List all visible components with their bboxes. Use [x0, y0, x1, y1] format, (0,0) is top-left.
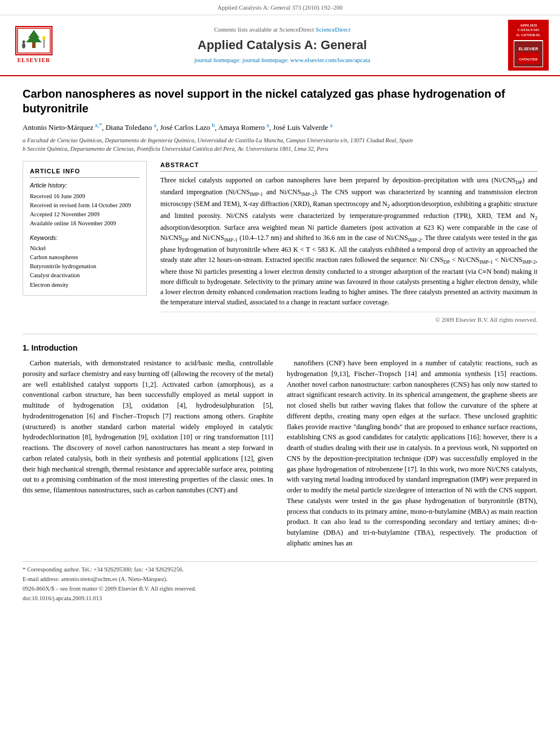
affiliation-a: a Facultad de Ciencias Químicas, Departa…: [23, 137, 537, 145]
journal-homepage: journal homepage: journal homepage: www.…: [63, 56, 501, 65]
journal-citation: Applied Catalysis A: General 373 (2010) …: [0, 0, 560, 15]
abstract-text: Three nickel catalysts supported on carb…: [160, 175, 537, 307]
section-divider: [23, 334, 537, 334]
info-abstract-columns: Article Info Article history: Received 1…: [23, 161, 537, 324]
sciencedirect-line: Contents lists available at ScienceDirec…: [63, 25, 501, 34]
journal-header: ELSEVIER Contents lists available at Sci…: [0, 15, 560, 76]
intro-heading: 1. Introduction: [23, 342, 537, 353]
catalysis-thumb-icon: ELSEVIER CATALYSIS: [514, 41, 542, 67]
body-columns: Carbon materials, with demonstrated resi…: [23, 358, 537, 553]
sciencedirect-link[interactable]: ScienceDirect: [316, 26, 351, 33]
keyword-cns: Carbon nanospheres: [30, 253, 139, 261]
body-col-left: Carbon materials, with demonstrated resi…: [23, 358, 273, 553]
article-title: Carbon nanospheres as novel support in t…: [23, 86, 537, 116]
intro-para-right: nanofibers (CNF) have been employed in a…: [287, 358, 537, 549]
article-info-box: Article Info Article history: Received 1…: [23, 161, 147, 295]
footnote-corresponding: * Corresponding author. Tel.: +34 926295…: [23, 565, 537, 574]
abstract-box: Abstract Three nickel catalysts supporte…: [160, 161, 537, 324]
homepage-link[interactable]: journal homepage: www.elsevier.com/locat…: [242, 56, 370, 63]
abstract-column: Abstract Three nickel catalysts supporte…: [160, 161, 537, 324]
intro-para-left: Carbon materials, with demonstrated resi…: [23, 358, 273, 496]
footnote-email: E-mail address: antonio.nieto@uchm.es (A…: [23, 575, 537, 583]
footnotes: * Corresponding author. Tel.: +34 926295…: [23, 561, 537, 603]
journal-name: Applied Catalysis A: General: [63, 36, 501, 54]
svg-text:ELSEVIER: ELSEVIER: [519, 47, 539, 51]
online-date: Available online 18 November 2009: [30, 219, 139, 228]
keyword-btn: Butyronitrile hydrogenation: [30, 262, 139, 270]
copyright-line: © 2009 Elsevier B.V. All rights reserved…: [160, 312, 537, 325]
journal-thumbnail: APPLIEDCATALYSISA: GENERAL ELSEVIER CATA…: [508, 20, 549, 71]
elsevier-text: ELSEVIER: [18, 56, 51, 65]
body-col-right: nanofibers (CNF) have been employed in a…: [287, 358, 537, 553]
elsevier-logo: ELSEVIER: [11, 26, 56, 65]
svg-point-6: [22, 43, 25, 49]
article-info-column: Article Info Article history: Received 1…: [23, 161, 147, 324]
keywords-section: Keywords: Nickel Carbon nanospheres Buty…: [30, 234, 139, 289]
affiliations: a Facultad de Ciencias Químicas, Departa…: [23, 137, 537, 153]
journal-title-area: Contents lists available at ScienceDirec…: [63, 25, 501, 65]
abstract-label: Abstract: [160, 161, 537, 172]
elsevier-logo-box: [15, 26, 53, 55]
svg-rect-3: [32, 42, 36, 48]
keyword-deactivation: Catalyst deactivation: [30, 271, 139, 279]
accepted-date: Accepted 12 November 2009: [30, 210, 139, 219]
svg-point-7: [23, 40, 25, 43]
elsevier-tree-icon: [17, 28, 51, 54]
authors-line: Antonio Nieto-Márquez a,*, Diana Toledan…: [23, 121, 537, 133]
keyword-nickel: Nickel: [30, 244, 139, 252]
footnote-issn: 0926-860X/$ – see front matter © 2009 El…: [23, 584, 537, 593]
history-label: Article history:: [30, 181, 139, 190]
received-date: Received 16 June 2009: [30, 192, 139, 200]
svg-text:CATALYSIS: CATALYSIS: [519, 58, 538, 61]
keywords-label: Keywords:: [30, 234, 139, 242]
content-area: Carbon nanospheres as novel support in t…: [0, 76, 560, 614]
article-info-label: Article Info: [30, 167, 139, 178]
svg-point-5: [42, 36, 46, 40]
keyword-electron: Electron density: [30, 281, 139, 289]
introduction-section: 1. Introduction Carbon materials, with d…: [23, 342, 537, 553]
footnote-doi: doi:10.1016/j.apcata.2009.11.013: [23, 594, 537, 602]
revised-date: Received in revised form 14 October 2009: [30, 201, 139, 209]
affiliation-b: b Sección Química, Departamento de Cienc…: [23, 145, 537, 154]
